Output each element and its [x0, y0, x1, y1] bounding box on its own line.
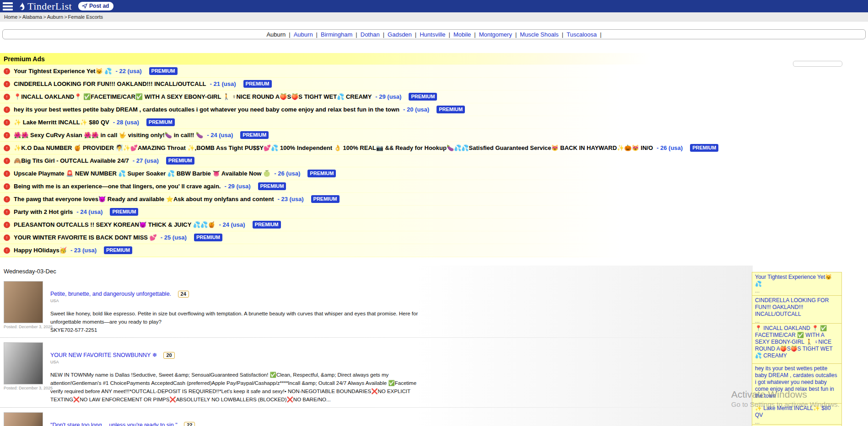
premium-ad-title[interactable]: ✨ Lake Merritt INCALL✨ $80 QV	[14, 119, 109, 126]
up-arrow-icon: ↑	[4, 234, 10, 241]
premium-ad-title[interactable]: Upscale Playmate 🚨 NEW NUMBER 💦 Super So…	[14, 170, 270, 177]
premium-ad-age[interactable]: - 23 (usa)	[277, 196, 303, 202]
breadcrumb-city[interactable]: Auburn	[47, 14, 63, 20]
up-arrow-icon: ↑	[4, 119, 10, 126]
posted-date: Posted: December 3, 2025	[4, 325, 44, 329]
premium-ad-title[interactable]: Party with 2 Hot girls	[14, 208, 73, 215]
premium-ad-age[interactable]: - 24 (usa)	[207, 132, 233, 138]
premium-badge: PREMIUM	[146, 118, 175, 126]
listing-title-link[interactable]: "Don't stare too long… unless you're rea…	[50, 422, 178, 426]
sidebar-premium-box[interactable]	[752, 424, 842, 426]
premium-ad-row: ↑ Party with 2 Hot girls - 24 (usa) PREM…	[0, 206, 868, 218]
city-link-tuscaloosa[interactable]: Tuscaloosa	[566, 31, 597, 38]
listing-thumbnail[interactable]	[4, 412, 43, 426]
city-link-muscle-shoals[interactable]: Muscle Shoals	[520, 31, 559, 38]
premium-ad-age[interactable]: - 24 (usa)	[219, 221, 245, 228]
city-link-huntsville[interactable]: Huntsville	[420, 31, 445, 38]
premium-badge: PREMIUM	[110, 208, 138, 216]
premium-ad-row: ↑ CINDERELLA LOOKING FOR FUN!!! OAKLAND!…	[0, 78, 868, 90]
premium-badge: PREMIUM	[166, 157, 194, 165]
city-link-auburn[interactable]: Auburn	[294, 31, 313, 38]
listing-item: Posted: December 3, 2025 Petite, brunett…	[0, 280, 753, 334]
premium-ad-age[interactable]: - 20 (usa)	[403, 106, 429, 113]
premium-ad-title[interactable]: ✨K.O Daa NUMBER 🍯 PROVIDER 🧖✨💕AMAZING Th…	[14, 144, 653, 151]
up-arrow-icon: ↑	[4, 158, 10, 164]
premium-ad-title[interactable]: Being with me is an experience—one that …	[14, 183, 221, 190]
listing-separator	[0, 337, 753, 338]
up-arrow-icon: ↑	[4, 94, 10, 100]
sidebar-premium-box[interactable]: Your Tightest Experience Yet😼 💦 ...	[752, 272, 842, 296]
sidebar-box-text: 📍 INCALL OAKLAND 📍 ✅ FACETIME/CAR ✅ WITH…	[755, 325, 839, 359]
brand-logo[interactable]: TinderList	[18, 0, 72, 12]
premium-ad-title[interactable]: 🌺🌺 Sexy CuRvy Asian 🌺🌺 in call 🤟 visitin…	[14, 132, 203, 138]
premium-ad-age[interactable]: - 29 (usa)	[224, 183, 250, 190]
breadcrumb-category[interactable]: Female Escorts	[68, 14, 103, 20]
premium-ad-row: ↑ 📍INCALL OAKLAND📍 ✅FACETIME/CAR✅ WITH A…	[0, 91, 868, 103]
breadcrumb-state[interactable]: Alabama	[22, 14, 42, 20]
brand-name: TinderList	[27, 0, 72, 12]
sidebar-premium-box[interactable]: hey its your best wettes petite baby DRE…	[752, 363, 842, 408]
premium-ad-row: ↑ Happy HOlidays🥳 - 23 (usa) PREMIUM	[0, 244, 868, 256]
premium-ad-age[interactable]: - 23 (usa)	[70, 247, 97, 254]
listing-thumbnail[interactable]	[4, 281, 43, 323]
premium-ad-title[interactable]: The pawg that everyone loves😈 Ready and …	[14, 196, 274, 202]
premium-ad-row: ↑ ✨K.O Daa NUMBER 🍯 PROVIDER 🧖✨💕AMAZING …	[0, 142, 868, 154]
city-link-mobile[interactable]: Mobile	[453, 31, 471, 38]
premium-ad-age[interactable]: - 26 (usa)	[274, 170, 300, 177]
premium-ad-title[interactable]: CINDERELLA LOOKING FOR FUN!!! OAKLAND!!!…	[14, 80, 206, 87]
premium-ad-age[interactable]: - 26 (usa)	[657, 144, 683, 151]
premium-ad-title[interactable]: hey its your best wettes petite baby DRE…	[14, 106, 399, 113]
listing-title-link[interactable]: Petite, brunette, and dangerously unforg…	[50, 291, 171, 297]
premium-badge: PREMIUM	[104, 246, 132, 254]
premium-badge: PREMIUM	[258, 182, 286, 190]
premium-ad-title[interactable]: 📍INCALL OAKLAND📍 ✅FACETIME/CAR✅ WITH A S…	[14, 93, 372, 100]
sidebar-box-ellipsis: ...	[755, 288, 839, 294]
premium-ad-title[interactable]: Your Tightest Experience Yet😼 💦	[14, 68, 112, 75]
city-link-dothan[interactable]: Dothan	[361, 31, 380, 38]
premium-ad-age[interactable]: - 28 (usa)	[113, 119, 139, 126]
hamburger-menu-icon[interactable]	[3, 2, 13, 11]
premium-ad-age[interactable]: - 22 (usa)	[116, 68, 142, 75]
premium-ad-age[interactable]: - 24 (usa)	[76, 208, 102, 215]
sidebar-premium-box[interactable]: 📍 INCALL OAKLAND 📍 ✅ FACETIME/CAR ✅ WITH…	[752, 323, 842, 367]
up-arrow-icon: ↑	[4, 81, 10, 87]
premium-ad-age[interactable]: - 29 (usa)	[375, 93, 401, 100]
city-link-gadsden[interactable]: Gadsden	[388, 31, 412, 38]
premium-ad-row: ↑ hey its your best wettes petite baby D…	[0, 103, 868, 116]
listing-description: Sweet like honey, bold like espresso. Pe…	[50, 310, 421, 326]
premium-ad-title[interactable]: 🙈Big Tits Girl - OUTCALL Available 24/7	[14, 157, 129, 164]
sidebar-premium-box[interactable]: ✨ Lake Merritt INCALL✨ $80 QV ...	[752, 403, 842, 426]
send-icon	[82, 3, 87, 9]
listing-thumbnail[interactable]	[4, 342, 43, 384]
top-navigation-bar: TinderList Post ad	[0, 0, 868, 12]
premium-ad-row: ↑ Upscale Playmate 🚨 NEW NUMBER 💦 Super …	[0, 167, 868, 180]
listings-feed: Wednesday-03-Dec Posted: December 3, 202…	[0, 266, 753, 426]
premium-ad-age[interactable]: - 27 (usa)	[133, 157, 159, 164]
post-ad-button[interactable]: Post ad	[78, 2, 113, 11]
mini-search-box[interactable]	[793, 61, 842, 67]
up-arrow-icon: ↑	[4, 196, 10, 202]
premium-ad-title[interactable]: PLEASANTON OUTCALLS !! SEXY KOREAN😈 THIC…	[14, 221, 215, 228]
sidebar-box-text: Your Tightest Experience Yet😼 💦	[755, 274, 839, 288]
sidebar-premium-box[interactable]: CINDERELLA LOOKING FOR FUN!!! OAKLAND!!!…	[752, 295, 842, 326]
listing-title-link[interactable]: YOUR NEW FAVORITE SNOWBUNNY ❄	[50, 352, 157, 358]
premium-ad-age[interactable]: - 21 (usa)	[210, 80, 236, 87]
premium-ad-age[interactable]: - 25 (usa)	[161, 234, 187, 241]
premium-ad-title[interactable]: Happy HOlidays🥳	[14, 247, 67, 254]
premium-ad-row: ↑ Your Tightest Experience Yet😼 💦 - 22 (…	[0, 65, 868, 77]
premium-ad-title[interactable]: YOUR WINTER FAVORITE IS BACK DONT MISS 💕	[14, 234, 157, 241]
flame-icon	[18, 2, 26, 11]
up-arrow-icon: ↑	[4, 145, 10, 151]
listing-description: NEW IN TOWNMy name is Dallas !Seductive,…	[50, 371, 421, 404]
listing-country: USA	[50, 360, 421, 364]
premium-ad-row: ↑ The pawg that everyone loves😈 Ready an…	[0, 193, 868, 205]
city-link-birmingham[interactable]: Birmingham	[321, 31, 352, 38]
up-arrow-icon: ↑	[4, 68, 10, 75]
premium-badge: PREMIUM	[409, 93, 437, 101]
city-link-montgomery[interactable]: Montgomery	[479, 31, 512, 38]
breadcrumb-home[interactable]: Home	[4, 14, 17, 20]
up-arrow-icon: ↑	[4, 132, 10, 138]
premium-ad-row: ↑ YOUR WINTER FAVORITE IS BACK DONT MISS…	[0, 231, 868, 244]
listing-separator	[0, 407, 753, 408]
city-links-bar: Auburn| Auburn| Birmingham| Dothan| Gads…	[2, 29, 866, 39]
